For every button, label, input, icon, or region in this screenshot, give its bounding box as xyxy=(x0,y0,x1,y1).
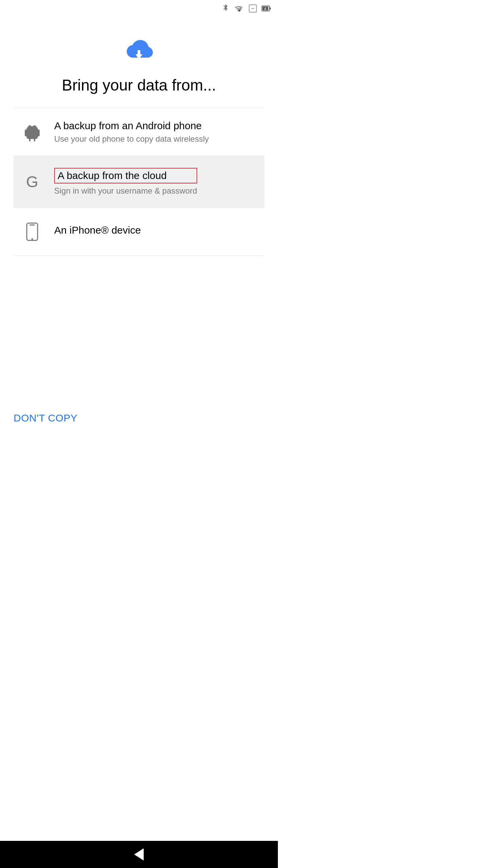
divider-bottom xyxy=(14,255,264,256)
cloud-backup-item[interactable]: G A backup from the cloud Sign in with y… xyxy=(14,156,264,208)
svg-rect-3 xyxy=(269,7,271,9)
svg-rect-13 xyxy=(27,223,38,240)
android-backup-text: A backup from an Android phone Use your … xyxy=(54,120,209,144)
android-backup-subtitle: Use your old phone to copy data wireless… xyxy=(54,134,209,144)
svg-rect-10 xyxy=(37,130,40,136)
wifi-icon xyxy=(235,4,244,13)
bluetooth-icon xyxy=(221,4,230,13)
svg-rect-6 xyxy=(138,50,140,56)
svg-rect-4 xyxy=(263,6,268,10)
svg-point-15 xyxy=(32,238,33,240)
battery-icon xyxy=(262,4,271,13)
signal-icon xyxy=(248,4,258,13)
dont-copy-button[interactable]: DON'T COPY xyxy=(14,412,78,424)
iphone-item[interactable]: An iPhone® device xyxy=(14,208,264,255)
iphone-text: An iPhone® device xyxy=(54,224,141,239)
android-backup-title: A backup from an Android phone xyxy=(54,120,209,132)
iphone-icon xyxy=(20,220,44,243)
svg-rect-9 xyxy=(25,130,27,136)
page-title: Bring your data from... xyxy=(62,76,216,94)
android-icon xyxy=(20,120,44,144)
cloud-backup-title: A backup from the cloud xyxy=(54,168,197,183)
cloud-backup-text: A backup from the cloud Sign in with you… xyxy=(54,168,197,196)
main-content: Bring your data from... A backup from an… xyxy=(0,17,278,256)
android-backup-item[interactable]: A backup from an Android phone Use your … xyxy=(14,108,264,156)
cloud-backup-subtitle: Sign in with your username & password xyxy=(54,186,197,196)
google-g-icon: G xyxy=(20,170,44,194)
list-container: A backup from an Android phone Use your … xyxy=(14,108,264,256)
bottom-area: DON'T COPY xyxy=(14,412,78,424)
cloud-download-icon xyxy=(122,37,156,61)
cloud-icon-wrapper xyxy=(122,37,156,62)
iphone-title: An iPhone® device xyxy=(54,224,141,236)
status-bar xyxy=(0,0,278,17)
svg-rect-14 xyxy=(29,224,35,225)
